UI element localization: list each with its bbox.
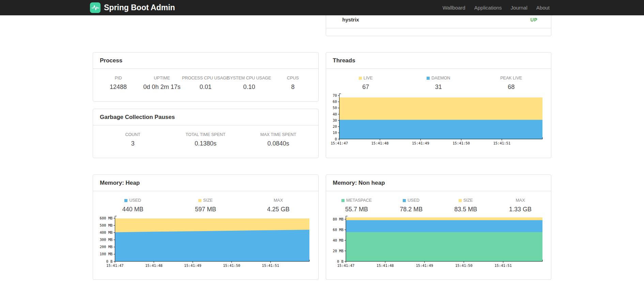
page-content: Process PID 12488 UPTIME 0d 0h 2m 17s — [0, 0, 644, 280]
stat: PROCESS CPU USAGE 0.01 — [184, 76, 227, 91]
legend-swatch-icon — [124, 199, 127, 202]
stat: PEAK LIVE 68 — [475, 76, 548, 91]
navbar-item-label[interactable]: About — [532, 5, 554, 11]
stat-label: METASPACE — [329, 198, 384, 203]
stat-value: 0.10 — [227, 83, 271, 91]
stat-value: 68 — [475, 83, 548, 91]
stat-label: PROCESS CPU USAGE — [184, 76, 227, 80]
svg-text:15:41:47: 15:41:47 — [337, 263, 354, 268]
stat-value: 83.5 MB — [439, 206, 493, 213]
stat-label: USED — [96, 198, 169, 203]
right-column: hystrix UP Threads LIVE 67 DAEMON — [326, 15, 552, 280]
svg-text:15:41:49: 15:41:49 — [412, 141, 429, 145]
svg-text:60: 60 — [333, 100, 337, 104]
svg-text:50: 50 — [333, 106, 337, 110]
svg-text:600 MB: 600 MB — [99, 216, 112, 220]
navbar: Spring Boot Admin Wallboard Applications… — [0, 0, 644, 15]
svg-text:10: 10 — [333, 131, 337, 135]
navbar-item-label[interactable]: Journal — [506, 5, 532, 11]
svg-text:300 MB: 300 MB — [99, 238, 112, 242]
svg-text:15:41:50: 15:41:50 — [223, 263, 240, 268]
stat: DAEMON 31 — [402, 76, 475, 91]
memory-heap-stats: USED 440 MB SIZE 597 MB MAX 4.25 GB — [93, 191, 318, 213]
memory-heap-panel-title: Memory: Heap — [93, 175, 318, 191]
navbar-item[interactable]: Wallboard — [438, 5, 470, 11]
svg-text:15:41:50: 15:41:50 — [455, 263, 472, 268]
brand-link[interactable]: Spring Boot Admin — [90, 2, 175, 13]
process-stats: PID 12488 UPTIME 0d 0h 2m 17s PROCESS CP… — [93, 69, 318, 91]
stat: UPTIME 0d 0h 2m 17s — [140, 76, 184, 91]
stat-label: LIVE — [329, 76, 402, 80]
stat: SIZE 597 MB — [169, 198, 242, 213]
navbar-item[interactable]: Applications — [470, 5, 506, 11]
memory-nonheap-chart: 0 B20 MB40 MB60 MB80 MB15:41:4715:41:481… — [331, 214, 547, 270]
svg-text:15:41:48: 15:41:48 — [377, 263, 394, 268]
navbar-item-label[interactable]: Wallboard — [438, 5, 470, 11]
svg-text:20 MB: 20 MB — [333, 249, 343, 253]
stat: MAX 4.25 GB — [242, 198, 315, 213]
memory-heap-panel: Memory: Heap USED 440 MB SIZE 597 MB — [93, 174, 319, 280]
memory-nonheap-panel-title: Memory: Non heap — [326, 175, 551, 191]
stat: USED 440 MB — [96, 198, 169, 213]
stat: MAX TIME SPENT 0.0840s — [242, 132, 315, 147]
stat-value: 8 — [271, 83, 315, 91]
svg-text:200 MB: 200 MB — [99, 245, 112, 249]
stat-label: USED — [384, 198, 439, 203]
svg-text:15:41:50: 15:41:50 — [453, 141, 470, 145]
navbar-item[interactable]: Journal — [506, 5, 532, 11]
gc-pauses-panel: Garbage Collection Pauses COUNT 3 TOTAL … — [93, 109, 319, 158]
brand-title: Spring Boot Admin — [104, 3, 175, 12]
svg-text:15:41:48: 15:41:48 — [145, 263, 163, 268]
legend-swatch-icon — [359, 77, 362, 80]
stat-value: 78.2 MB — [384, 206, 439, 213]
stat-value: 597 MB — [169, 206, 242, 213]
stat-value: 31 — [402, 83, 475, 91]
svg-text:40 MB: 40 MB — [333, 238, 343, 242]
stat: SIZE 83.5 MB — [439, 198, 493, 213]
svg-text:15:41:49: 15:41:49 — [416, 263, 433, 268]
svg-text:100 MB: 100 MB — [99, 252, 112, 256]
svg-text:70: 70 — [333, 93, 337, 97]
stat: USED 78.2 MB — [384, 198, 439, 213]
memory-nonheap-panel: Memory: Non heap METASPACE 55.7 MB USED … — [326, 174, 552, 280]
svg-text:15:41:47: 15:41:47 — [106, 263, 124, 268]
health-item-name: hystrix — [342, 17, 359, 22]
svg-text:15:41:51: 15:41:51 — [494, 263, 512, 268]
stat-value: 0d 0h 2m 17s — [140, 83, 184, 91]
stat-value: 0.1380s — [169, 140, 242, 147]
legend-swatch-icon — [403, 199, 406, 202]
navbar-item-label[interactable]: Applications — [470, 5, 506, 11]
stat: MAX 1.33 GB — [493, 198, 548, 213]
stat: SYSTEM CPU USAGE 0.10 — [227, 76, 271, 91]
stat-value: 4.25 GB — [242, 206, 315, 213]
threads-panel: Threads LIVE 67 DAEMON 31 — [326, 52, 552, 158]
stat-label: MAX — [242, 198, 315, 203]
svg-text:0: 0 — [335, 137, 337, 141]
stat-value: 0.01 — [184, 83, 227, 91]
stat-value: 0.0840s — [242, 140, 315, 147]
threads-panel-title: Threads — [326, 52, 551, 69]
stat-value: 67 — [329, 83, 402, 91]
stat: METASPACE 55.7 MB — [329, 198, 384, 213]
stat-value: 1.33 GB — [493, 206, 548, 213]
stat-label: SIZE — [169, 198, 242, 203]
svg-text:20: 20 — [333, 124, 337, 128]
stat-value: 3 — [96, 140, 169, 147]
gc-stats: COUNT 3 TOTAL TIME SPENT 0.1380s MAX TIM… — [93, 125, 318, 147]
svg-text:500 MB: 500 MB — [99, 223, 112, 227]
svg-text:15:41:51: 15:41:51 — [493, 141, 510, 145]
svg-text:0 B: 0 B — [106, 259, 112, 263]
svg-text:0 B: 0 B — [337, 259, 343, 263]
stat-label: UPTIME — [140, 76, 184, 80]
stat-label: SYSTEM CPU USAGE — [227, 76, 271, 80]
navbar-inner: Spring Boot Admin Wallboard Applications… — [90, 0, 554, 15]
stat: PID 12488 — [96, 76, 140, 91]
spring-boot-admin-logo-icon — [90, 2, 101, 13]
panels-grid: Process PID 12488 UPTIME 0d 0h 2m 17s — [93, 15, 551, 280]
stat-label: TOTAL TIME SPENT — [169, 132, 242, 137]
navbar-item[interactable]: About — [532, 5, 554, 11]
svg-text:40: 40 — [333, 112, 337, 116]
stat: TOTAL TIME SPENT 0.1380s — [169, 132, 242, 147]
memory-nonheap-stats: METASPACE 55.7 MB USED 78.2 MB SIZE 83.5… — [326, 191, 551, 213]
stat-label: COUNT — [96, 132, 169, 137]
